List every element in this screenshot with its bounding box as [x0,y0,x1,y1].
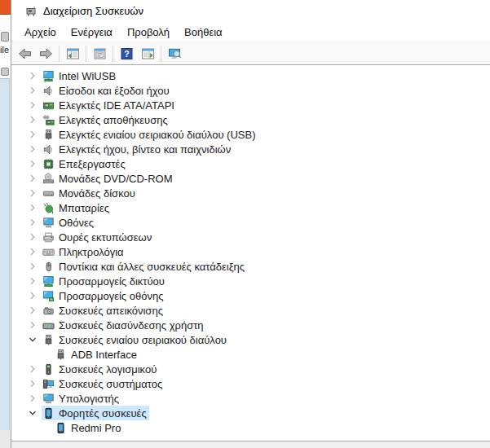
chevron-right-icon[interactable] [29,244,42,259]
tree-node[interactable]: Πληκτρολόγια [42,244,126,259]
tree-item[interactable]: Μονάδες DVD/CD-ROM [11,171,490,186]
tree-node[interactable]: Επεξεργαστές [42,156,128,171]
tree-node[interactable]: Ποντίκια και άλλες συσκευές κατάδειξης [42,259,247,274]
tree-item-label: Ελεγκτές αποθήκευσης [59,113,168,127]
tree-node[interactable]: Μπαταρίες [42,200,112,215]
chevron-right-icon[interactable] [29,142,42,156]
tree-item[interactable]: Συσκευές λογισμικού [11,362,490,376]
chevron-right-icon[interactable] [29,259,42,274]
chevron-right-icon[interactable] [29,230,42,244]
back-button[interactable] [14,44,35,64]
tree-node[interactable]: Οθόνες [42,215,96,230]
tree-item-label: Μονάδες δίσκου [59,187,135,200]
chevron-right-icon[interactable] [29,303,42,318]
tree-item[interactable]: Συσκευές απεικόνισης [11,303,490,318]
chevron-right-icon[interactable] [29,171,42,186]
tree-node[interactable]: Μονάδες DVD/CD-ROM [42,171,174,186]
tree-node[interactable]: Συσκευές απεικόνισης [42,303,166,318]
tree-node[interactable]: ADB Interface [54,347,139,362]
scan-hardware-changes-button[interactable] [164,44,185,64]
chevron-right-icon[interactable] [29,98,42,112]
tree-node[interactable]: Υπολογιστής [42,391,121,406]
tree-node[interactable]: Συσκευές διασύνδεσης χρήστη [42,318,206,332]
menu-item-2[interactable]: Προβολή [120,24,177,41]
show-console-tree-button[interactable] [62,44,83,64]
chevron-right-icon[interactable] [29,274,42,288]
display-adapter-icon [42,290,55,302]
tree-item[interactable]: Προσαρμογείς δικτύου [11,274,490,288]
menu-item-0[interactable]: Αρχείο [17,24,64,41]
title-bar: Διαχείριση Συσκευών [11,0,490,22]
chevron-right-icon[interactable] [29,83,42,98]
tree-node[interactable]: Συσκευές ενιαίου σειριακού διαύλου [42,332,229,347]
device-tree[interactable]: Intel WiUSBΕίσοδοι και έξοδοι ήχουΕλεγκτ… [11,66,490,441]
tree-item[interactable]: Μονάδες δίσκου [11,186,490,200]
tree-node[interactable]: Μονάδες δίσκου [42,186,138,200]
tree-node[interactable]: Συσκευές συστήματος [42,376,165,391]
tree-node[interactable]: Ελεγκτές αποθήκευσης [42,112,170,127]
chevron-right-icon[interactable] [29,362,42,376]
menu-item-3[interactable]: Βοήθεια [177,24,230,41]
help-button[interactable] [116,44,137,64]
tree-item[interactable]: ADB Interface [11,347,490,362]
tree-item-label: Ελεγκτές ήχου, βίντεο και παιχνιδιών [59,143,231,156]
chevron-right-icon[interactable] [29,215,42,230]
tree-node[interactable]: Intel WiUSB [42,68,118,83]
chevron-right-icon[interactable] [29,318,42,332]
tree-node[interactable]: Redmi Pro [54,420,123,435]
tree-node[interactable]: Συσκευές λογισμικού [42,362,159,376]
tree-item[interactable]: Προσαρμογείς οθόνης [11,288,490,303]
tree-item[interactable]: Intel WiUSB [11,68,490,83]
tree-item[interactable]: Είσοδοι και έξοδοι ήχου [11,83,490,98]
toolbar-separator [86,46,86,62]
tree-node[interactable]: Ουρές εκτυπώσεων [42,230,154,244]
tree-item[interactable]: Ελεγκτές αποθήκευσης [11,112,490,127]
properties-button[interactable] [89,44,110,64]
chevron-right-icon[interactable] [29,186,42,200]
system-icon [42,378,55,390]
tree-item[interactable]: Ελεγκτές ήχου, βίντεο και παιχνιδιών [11,142,490,156]
chevron-right-icon[interactable] [29,288,42,303]
tree-item[interactable]: Πληκτρολόγια [11,244,490,259]
tree-item[interactable]: Οθόνες [11,215,490,230]
action-pane-button[interactable] [137,44,158,64]
tree-item[interactable]: Επεξεργαστές [11,156,490,171]
tree-item[interactable]: Συσκευές διασύνδεσης χρήστη [11,318,490,332]
chevron-right-icon[interactable] [29,391,42,406]
tree-node[interactable]: Ελεγκτές IDE ATA/ATAPI [42,98,177,112]
menu-item-1[interactable]: Ενέργεια [64,24,120,41]
tree-node[interactable]: Ελεγκτές ήχου, βίντεο και παιχνιδιών [42,142,233,156]
chevron-right-icon[interactable] [29,127,42,142]
tree-node-selected[interactable]: Φορητές συσκευές [42,406,149,420]
forward-button[interactable] [35,44,56,64]
tree-item[interactable]: Ουρές εκτυπώσεων [11,230,490,244]
tree-item-label: Μπαταρίες [59,201,109,215]
tree-item[interactable]: Ελεγκτές IDE ATA/ATAPI [11,98,490,112]
tree-item[interactable]: Φορητές συσκευές [11,406,490,420]
chevron-down-icon[interactable] [29,406,42,420]
tree-item-label: Redmi Pro [71,421,121,435]
tree-item[interactable]: Συσκευές ενιαίου σειριακού διαύλου [11,332,490,347]
tree-item[interactable]: Redmi Pro [11,420,490,435]
tree-item[interactable]: Υπολογιστής [11,391,490,406]
tree-node[interactable]: Προσαρμογείς οθόνης [42,288,166,303]
mouse-icon [42,261,55,273]
background-partial-text: ile [0,45,9,55]
chevron-down-icon[interactable] [29,332,42,347]
tree-item-label: Μονάδες DVD/CD-ROM [59,172,172,186]
chevron-right-icon[interactable] [29,376,42,391]
monitor-net-icon [42,70,55,82]
tree-item[interactable]: Ελεγκτές ενιαίου σειριακού διαύλου (USB) [11,127,490,142]
tree-item[interactable]: Συσκευές συστήματος [11,376,490,391]
tree-item[interactable]: Ποντίκια και άλλες συσκευές κατάδειξης [11,259,490,274]
tree-item-label: Ποντίκια και άλλες συσκευές κατάδειξης [59,260,245,274]
tree-node[interactable]: Ελεγκτές ενιαίου σειριακού διαύλου (USB) [42,127,258,142]
chevron-right-icon[interactable] [29,200,42,215]
chevron-right-icon[interactable] [29,112,42,127]
dvd-icon [42,173,55,185]
chevron-right-icon[interactable] [29,156,42,171]
tree-node[interactable]: Είσοδοι και έξοδοι ήχου [42,83,172,98]
tree-node[interactable]: Προσαρμογείς δικτύου [42,274,167,288]
tree-item[interactable]: Μπαταρίες [11,200,490,215]
chevron-right-icon[interactable] [29,68,42,83]
